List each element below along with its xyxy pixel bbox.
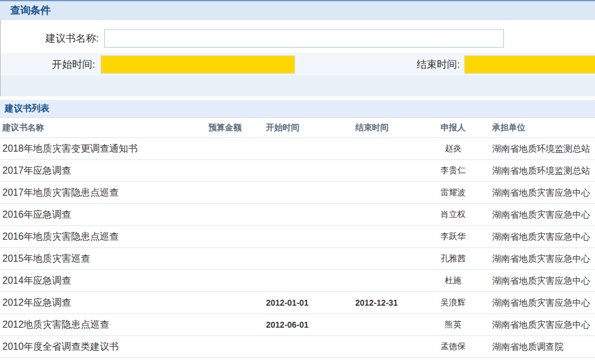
cell-proposal-name: 2018年地质灾害变更调查通知书	[0, 143, 206, 155]
cell-proposal-name: 2016年应急调查	[0, 209, 206, 221]
proposal-name-label: 建议书名称:	[1, 32, 99, 45]
table-header-row: 建议书名称 预算金额 开始时间 结束时间 申报人 承担单位	[0, 118, 595, 138]
cell-start-time: 2012-06-01	[264, 320, 353, 330]
cell-proposal-name: 2012地质灾害隐患点巡查	[0, 319, 206, 331]
cell-unit: 湖南省地质调查院	[490, 341, 595, 353]
cell-proposal-name: 2014年应急调查	[0, 275, 206, 287]
cell-proposal-name: 2010年度全省调查类建议书	[0, 341, 206, 353]
cell-unit: 湖南省地质环境监测总站	[490, 143, 595, 155]
query-panel-footer	[1, 76, 595, 96]
cell-end-time: 2012-12-31	[353, 298, 416, 307]
cell-unit: 湖南省地质灾害应急中心	[490, 187, 595, 199]
cell-unit: 湖南省地质灾害应急中心	[490, 253, 595, 265]
column-header-applicant: 申报人	[416, 123, 490, 133]
column-header-name: 建议书名称	[0, 123, 206, 133]
cell-applicant: 孟德保	[416, 341, 490, 352]
cell-applicant: 吴浪辉	[416, 297, 490, 308]
start-time-label: 开始时间:	[1, 58, 95, 71]
cell-applicant: 杜施	[416, 275, 490, 286]
table-row[interactable]: 2015年地质灾害巡查 孔雅茜 湖南省地质灾害应急中心	[0, 248, 595, 270]
proposal-name-row: 建议书名称:	[1, 24, 595, 53]
table-row[interactable]: 2016年应急调查 肖立权 湖南省地质灾害应急中心	[0, 204, 595, 226]
cell-applicant: 肖立权	[416, 209, 490, 220]
table-row[interactable]: 2018年地质灾害变更调查通知书 赵炎 湖南省地质环境监测总站	[0, 138, 595, 160]
column-header-start: 开始时间	[264, 123, 353, 133]
query-conditions-panel: 查询条件 建议书名称: 开始时间: 结束时间:	[0, 0, 595, 96]
table-row[interactable]: 2010年度全省调查类建议书 孟德保 湖南省地质调查院	[0, 336, 595, 358]
cell-start-time: 2012-01-01	[264, 298, 353, 307]
cell-unit: 湖南省地质灾害应急中心	[490, 297, 595, 309]
proposal-list-panel: 建议书列表 建议书名称 预算金额 开始时间 结束时间 申报人 承担单位 2018…	[0, 100, 595, 358]
panel-spacer	[0, 20, 595, 24]
end-time-input[interactable]	[464, 55, 595, 74]
start-time-input[interactable]	[101, 55, 295, 74]
table-row[interactable]: 2017年地质灾害隐患点巡查 雷耀波 湖南省地质灾害应急中心	[0, 182, 595, 204]
query-panel-title: 查询条件	[10, 4, 51, 17]
end-time-label: 结束时间:	[295, 58, 460, 71]
cell-proposal-name: 2017年应急调查	[0, 165, 206, 177]
cell-unit: 湖南省地质灾害应急中心	[490, 319, 595, 331]
column-header-unit: 承担单位	[490, 123, 595, 133]
cell-proposal-name: 2016年地质灾害隐患点巡查	[0, 231, 206, 243]
cell-applicant: 孔雅茜	[416, 253, 490, 264]
cell-applicant: 雷耀波	[416, 187, 490, 198]
cell-proposal-name: 2015年地质灾害巡查	[0, 253, 206, 265]
cell-proposal-name: 2017年地质灾害隐患点巡查	[0, 187, 206, 199]
list-panel-title: 建议书列表	[5, 103, 49, 114]
table-row[interactable]: 2012地质灾害隐患点巡查 2012-06-01 熊英 湖南省地质灾害应急中心	[0, 314, 595, 336]
cell-unit: 湖南省地质灾害应急中心	[490, 231, 595, 243]
cell-applicant: 赵炎	[416, 143, 490, 154]
cell-unit: 湖南省地质灾害应急中心	[490, 275, 595, 287]
query-panel-header: 查询条件	[0, 1, 595, 20]
proposal-name-input[interactable]	[104, 29, 504, 48]
cell-proposal-name: 2012年应急调查	[0, 297, 206, 309]
cell-applicant: 李跃华	[416, 231, 490, 242]
table-row[interactable]: 2016年地质灾害隐患点巡查 李跃华 湖南省地质灾害应急中心	[0, 226, 595, 248]
column-header-budget: 预算金额	[206, 123, 264, 133]
cell-unit: 湖南省地质灾害应急中心	[490, 209, 595, 221]
query-form: 建议书名称: 开始时间: 结束时间:	[0, 24, 595, 96]
table-row[interactable]: 2017年应急调查 李贵仁 湖南省地质环境监测总站	[0, 160, 595, 182]
cell-unit: 湖南省地质环境监测总站	[490, 165, 595, 177]
table-row[interactable]: 2014年应急调查 杜施 湖南省地质灾害应急中心	[0, 270, 595, 292]
list-panel-header: 建议书列表	[0, 100, 595, 118]
time-range-row: 开始时间: 结束时间:	[1, 53, 595, 76]
column-header-end: 结束时间	[353, 123, 416, 133]
cell-applicant: 李贵仁	[416, 165, 490, 176]
table-row[interactable]: 2012年应急调查 2012-01-01 2012-12-31 吴浪辉 湖南省地…	[0, 292, 595, 314]
cell-applicant: 熊英	[416, 319, 490, 330]
